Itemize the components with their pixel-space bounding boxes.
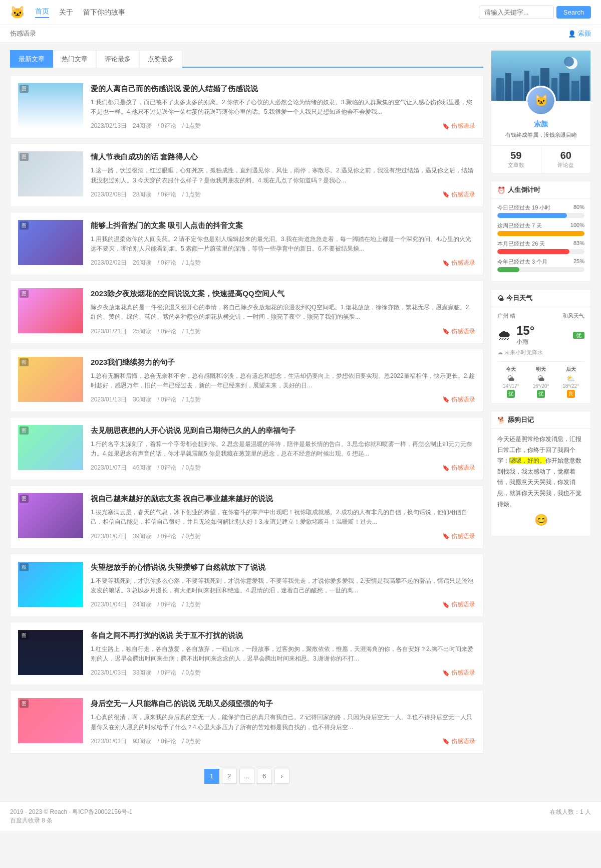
article-comments: / 0评论 (157, 327, 176, 336)
article-thumbnail: 图 (18, 562, 83, 607)
page-button[interactable]: 1 (204, 769, 219, 784)
article-thumbnail: 图 (18, 630, 83, 675)
profile-name[interactable]: 索颜 (495, 120, 586, 129)
article-views: 28阅读 (133, 190, 151, 199)
article-meta: 2023/02/08日 28阅读 / 0评论 / 1点赞 🔖伤感语录 (91, 190, 475, 199)
article-excerpt: 1.我们都只是孩子，而已被不了太多太多的别离。2.你依不了心仪的人必然会论为情绪… (91, 98, 475, 117)
page-button[interactable]: 6 (257, 769, 272, 784)
timer-item: 今年已经过去 3 个月 25% (497, 258, 584, 272)
article-tag[interactable]: 🔖伤感语录 (442, 669, 475, 677)
svg-rect-1 (496, 78, 504, 101)
article-title[interactable]: 身后空无一人只能靠自己的说说 无助又必须坚强的句子 (91, 698, 475, 709)
article-likes: / 0点赞 (182, 737, 201, 746)
nav-about[interactable]: 关于 (59, 8, 73, 17)
article-item: 图 各自之间不再打扰的说说 关于互不打扰的说说 1.红尘路上，独自行走，各自放爱… (10, 622, 483, 685)
page-button[interactable]: › (274, 769, 289, 784)
article-title[interactable]: 爱的人离自己而的伤感说说 爱的人结婚了伤感说说 (91, 83, 475, 94)
article-thumbnail: 图 (18, 698, 83, 743)
article-thumbnail: 图 (18, 493, 83, 538)
article-title[interactable]: 能够上抖音热门的文案 吸引人点击的抖音文案 (91, 220, 475, 231)
article-title[interactable]: 2023我们继续努力的句子 (91, 357, 475, 367)
comment-count: 60 (544, 150, 588, 161)
tab-popular[interactable]: 热门文章 (53, 50, 96, 68)
article-title[interactable]: 失望想放手的心情说说 失望攒够了自然就放下了说说 (91, 562, 475, 572)
article-views: 46阅读 (133, 464, 151, 472)
forecast-quality: 良 (567, 390, 575, 398)
article-title[interactable]: 去见朝思夜想的人开心说说 见到自己期待已久的人的幸福句子 (91, 425, 475, 436)
search-input[interactable] (479, 6, 554, 19)
timer-bar-fill (497, 231, 584, 236)
timer-label: 今日已经过去 19 小时 (497, 204, 550, 211)
article-tag[interactable]: 🔖伤感语录 (442, 190, 475, 199)
article-views: 24阅读 (133, 122, 151, 130)
article-body: 能够上抖音热门的文案 吸引人点击的抖音文案 1.用我的温柔做你的人间良药。2.请… (91, 220, 475, 267)
tab-underline (182, 50, 483, 68)
weather-big-icon: 🌧 (497, 327, 511, 343)
article-body: 2023我们继续努力的句子 1.总有无懈和后悔，总会无奈和不舍，总有感慨和冷淡，… (91, 357, 475, 404)
article-body: 身后空无一人只能靠自己的说说 无助又必须坚强的句子 1.心真的很清，啊，原来我的… (91, 698, 475, 745)
article-views: 33阅读 (133, 669, 151, 677)
article-body: 情人节表白成功的话 套路得人心 1.这一路，饮过很酒，红过眼眶，心知死灰，孤独成… (91, 151, 475, 198)
article-count: 59 (494, 150, 538, 161)
timer-label: 本月已经过去 26 天 (497, 240, 545, 248)
article-thumbnail: 图 (18, 83, 83, 128)
article-comments: / 0评论 (157, 395, 176, 404)
article-likes: / 1点赞 (182, 190, 201, 199)
article-tag[interactable]: 🔖伤感语录 (442, 122, 475, 130)
forecast-icon: ⛅ (557, 374, 584, 382)
weather-condition: 小雨 (516, 338, 534, 346)
tab-likes[interactable]: 点赞最多 (139, 50, 182, 68)
article-tag[interactable]: 🔖伤感语录 (442, 532, 475, 541)
article-item: 图 2023我们继续努力的句子 1.总有无懈和后悔，总会无奈和不舍，总有感慨和冷… (10, 349, 483, 412)
tag-icon: 🔖 (442, 670, 450, 677)
svg-point-12 (564, 57, 574, 67)
tab-comments[interactable]: 评论最多 (96, 50, 139, 68)
article-tag[interactable]: 🔖伤感语录 (442, 600, 475, 609)
timer-item: 这周已经过去 7 天 100% (497, 222, 584, 236)
diary-title: 🐕 舔狗日记 (491, 411, 590, 429)
article-date: 2023/02/08日 (91, 190, 127, 199)
article-likes: / 1点赞 (182, 600, 201, 609)
weather-main-row: 🌧 15° 小雨 优 (497, 324, 584, 346)
article-meta: 2023/01/13日 30阅读 / 0评论 / 1点赞 🔖伤感语录 (91, 395, 475, 404)
search-button[interactable]: Search (556, 6, 591, 19)
article-thumbnail: 图 (18, 151, 83, 196)
article-list: 图 爱的人离自己而的伤感说说 爱的人结婚了伤感说说 1.我们都只是孩子，而已被不… (10, 75, 483, 754)
article-tag[interactable]: 🔖伤感语录 (442, 395, 475, 404)
diary-text: 今天还是照常给你发消息，汇报日常工作，你终于回了我四个字：嗯嗯，好的。你开始意意… (497, 434, 584, 510)
timer-bar-fill (497, 267, 519, 272)
forecast-temp: 18°/22° (557, 383, 584, 389)
article-item: 图 爱的人离自己而的伤感说说 爱的人结婚了伤感说说 1.我们都只是孩子，而已被不… (10, 75, 483, 138)
forecast-quality: 优 (507, 390, 515, 398)
wind-info: 和风天气 (562, 312, 584, 320)
article-date: 2023/01/04日 (91, 600, 127, 609)
article-tag[interactable]: 🔖伤感语录 (442, 327, 475, 336)
page-button[interactable]: ... (239, 769, 254, 784)
page-button[interactable]: 2 (222, 769, 237, 784)
profile-card: 🐱 索颜 有钱终成眷属，没钱亲眼目睹 59 文章数 60 评论盘 (491, 50, 591, 173)
diary-highlight: 嗯嗯，好的。 (509, 457, 545, 464)
article-tag[interactable]: 🔖伤感语录 (442, 737, 475, 746)
article-title[interactable]: 各自之间不再打扰的说说 关于互不打扰的说说 (91, 630, 475, 640)
article-tag[interactable]: 🔖伤感语录 (442, 464, 475, 472)
article-title[interactable]: 情人节表白成功的话 套路得人心 (91, 151, 475, 162)
nav-story[interactable]: 留下你的故事 (83, 8, 125, 17)
article-item: 图 祝自己越来越好的励志文案 祝自己事业越来越好的说说 1.拔光塞满云层，春天的… (10, 485, 483, 548)
user-link[interactable]: 👤 索颜 (568, 29, 591, 38)
article-likes: / 1点赞 (182, 395, 201, 404)
svg-rect-3 (513, 81, 523, 101)
article-date: 2023/01/21日 (91, 327, 127, 336)
nav-home[interactable]: 首页 (35, 7, 49, 18)
tab-latest[interactable]: 最新文章 (10, 50, 53, 68)
article-title[interactable]: 2023除夕夜放烟花的空间说说文案，快速提高QQ空间人气 (91, 288, 475, 299)
article-tag[interactable]: 🔖伤感语录 (442, 259, 475, 267)
article-date: 2023/01/13日 (91, 395, 127, 404)
article-title[interactable]: 祝自己越来越好的励志文案 祝自己事业越来越好的说说 (91, 493, 475, 504)
article-meta: 2023/01/07日 39阅读 / 0评论 / 0点赞 🔖伤感语录 (91, 532, 475, 541)
tab-bar: 最新文章 热门文章 评论最多 点赞最多 (10, 50, 483, 68)
forecast-temp: 16°/20° (527, 383, 555, 389)
article-meta: 2023/01/07日 46阅读 / 0评论 / 0点赞 🔖伤感语录 (91, 464, 475, 472)
article-body: 各自之间不再打扰的说说 关于互不打扰的说说 1.红尘路上，独自行走，各自放爱，各… (91, 630, 475, 677)
article-thumbnail: 图 (18, 220, 83, 265)
footer: 2019 - 2023 © Reach · 粤ICP备20002156号-1 百… (0, 801, 601, 831)
